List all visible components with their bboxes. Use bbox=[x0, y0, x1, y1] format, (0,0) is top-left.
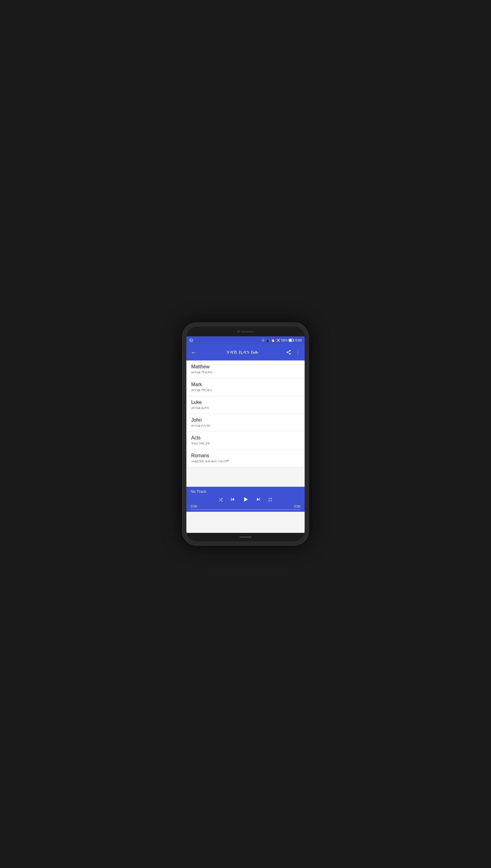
play-button[interactable] bbox=[241, 495, 250, 503]
phone-top-notch bbox=[186, 327, 305, 336]
time-row: 0:00 0:00 bbox=[191, 504, 300, 508]
shuffle-button[interactable] bbox=[218, 497, 224, 501]
book-amharic-name: ወንጌል ማርቆስ bbox=[191, 388, 300, 392]
ring-icon bbox=[261, 338, 264, 342]
book-amharic-name: መልእኽቲ ጳውሎስ ናብ ሮም bbox=[191, 459, 300, 463]
vibrate-icon: 📳 bbox=[266, 339, 269, 342]
list-item[interactable]: Acts ግብሪ ሃዋርያት bbox=[186, 432, 305, 450]
svg-rect-7 bbox=[293, 340, 294, 341]
more-menu-button[interactable]: ⋮ bbox=[295, 350, 300, 355]
app-header: ← ሃዳሽ ኪዳን ኩሉ ⋮ bbox=[186, 344, 305, 361]
status-time: 9:09 bbox=[295, 338, 301, 342]
progress-bar[interactable] bbox=[191, 509, 300, 510]
header-title: ሃዳሽ ኪዳን ኩሉ bbox=[200, 349, 286, 355]
next-button[interactable] bbox=[256, 496, 261, 502]
camera bbox=[237, 330, 240, 333]
book-amharic-name: ወንጌል ማቴዎስ bbox=[191, 370, 300, 374]
media-player: No Track bbox=[186, 487, 305, 512]
list-item[interactable]: Mark ወንጌል ማርቆስ bbox=[186, 378, 305, 396]
image-icon bbox=[190, 339, 193, 342]
list-item[interactable]: Luke ወንጌል ሉቃስ bbox=[186, 396, 305, 414]
book-amharic-name: ወንጌል የሓንስ bbox=[191, 424, 300, 428]
app-screen: 📳 ⏰ 58% 9:09 bbox=[186, 336, 305, 533]
battery-percentage: 58% bbox=[281, 339, 287, 342]
list-item[interactable]: John ወንጌል የሓንስ bbox=[186, 414, 305, 432]
repeat-button[interactable] bbox=[267, 497, 273, 501]
list-item[interactable]: Romans መልእኽቲ ጳውሎስ ናብ ሮም bbox=[186, 450, 305, 467]
player-controls bbox=[191, 495, 300, 503]
book-english-name: Romans bbox=[191, 453, 300, 458]
phone-screen: 📳 ⏰ 58% 9:09 bbox=[186, 327, 305, 541]
status-bar: 📳 ⏰ 58% 9:09 bbox=[186, 336, 305, 344]
time-total: 0:00 bbox=[294, 504, 300, 508]
list-item[interactable]: Matthew ወንጌል ማቴዎስ bbox=[186, 361, 305, 378]
track-name: No Track bbox=[191, 489, 300, 494]
alarm-icon: ⏰ bbox=[271, 339, 275, 342]
home-indicator bbox=[239, 536, 252, 538]
speaker bbox=[241, 331, 254, 333]
svg-rect-0 bbox=[190, 339, 193, 341]
phone-bottom-bar bbox=[186, 533, 305, 541]
signal-icon bbox=[277, 338, 280, 342]
phone-frame: 📳 ⏰ 58% 9:09 bbox=[182, 322, 309, 546]
book-english-name: Mark bbox=[191, 382, 300, 387]
book-english-name: Luke bbox=[191, 400, 300, 405]
previous-button[interactable] bbox=[230, 496, 235, 502]
header-actions: ⋮ bbox=[286, 350, 300, 355]
book-list: Matthew ወንጌል ማቴዎስ Mark ወንጌል ማርቆስ Luke ወን… bbox=[186, 361, 305, 487]
bottom-content-area bbox=[186, 512, 305, 533]
book-english-name: John bbox=[191, 417, 300, 423]
book-english-name: Matthew bbox=[191, 364, 300, 370]
book-english-name: Acts bbox=[191, 435, 300, 441]
time-current: 0:00 bbox=[191, 504, 197, 508]
back-button[interactable]: ← bbox=[191, 349, 197, 355]
status-left-icons bbox=[190, 339, 193, 342]
status-right-icons: 📳 ⏰ 58% 9:09 bbox=[261, 338, 301, 342]
svg-rect-6 bbox=[289, 339, 292, 341]
share-icon[interactable] bbox=[286, 350, 291, 355]
book-amharic-name: ግብሪ ሃዋርያት bbox=[191, 441, 300, 445]
battery-icon bbox=[289, 339, 294, 342]
book-amharic-name: ወንጌል ሉቃስ bbox=[191, 406, 300, 410]
